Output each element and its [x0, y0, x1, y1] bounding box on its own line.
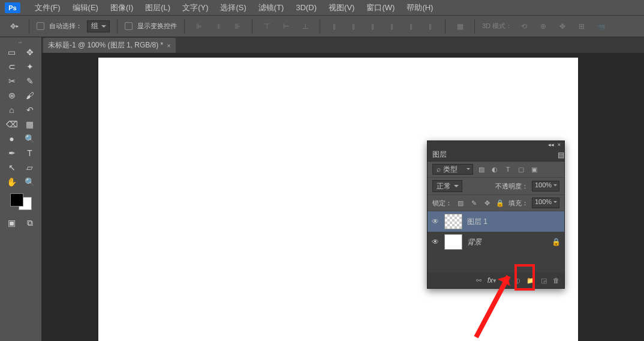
- layer-thumbnail[interactable]: [444, 234, 462, 250]
- 3d-icon: 📹: [594, 19, 608, 34]
- distribute-icon: ⫿: [366, 19, 380, 34]
- wand-tool[interactable]: ✦: [22, 60, 38, 73]
- layers-panel: ◂◂ × 图层 ▤ ⌕类型 ▨ ◐ T ▢ ▣ 正常 不透明度： 100% 锁定…: [427, 140, 565, 289]
- screenmode-tool[interactable]: ⧉: [22, 216, 38, 229]
- type-tool[interactable]: T: [22, 146, 38, 160]
- options-bar: ✥▸ 自动选择： 组 显示变换控件 ⊫ ⫴ ⊪ ⊤ ⊢ ⊥ ⫿ ⫿ ⫿ ⫿ ⫿ …: [0, 16, 644, 37]
- lock-brush-icon[interactable]: ✎: [469, 198, 479, 208]
- distribute-icon: ⫿: [385, 19, 399, 34]
- menu-select[interactable]: 选择(S): [214, 2, 252, 13]
- align-icon: ⊤: [260, 19, 274, 34]
- menu-type[interactable]: 文字(Y): [176, 2, 214, 13]
- menu-view[interactable]: 视图(V): [323, 2, 360, 13]
- close-tab-icon[interactable]: ×: [167, 42, 170, 49]
- fill-input[interactable]: 100%: [532, 198, 559, 208]
- fill-label: 填充：: [508, 199, 528, 208]
- ps-logo: Ps: [5, 2, 20, 13]
- hand-tool[interactable]: ✋: [4, 175, 20, 189]
- history-brush-tool[interactable]: ↶: [22, 103, 38, 116]
- brush-tool[interactable]: 🖌: [22, 89, 38, 102]
- 3d-mode-label: 3D 模式：: [482, 22, 512, 31]
- auto-select-label: 自动选择：: [49, 22, 82, 31]
- 3d-icon: ⊕: [536, 19, 550, 34]
- lock-icon: 🔒: [552, 238, 561, 246]
- toolbox: ┅ ▭✥ ⊂✦ ✂✎ ⊛🖌 ⌂↶ ⌫▦ ●🔍 ✒T ↖▱ ✋🔍 ▣⧉: [0, 37, 42, 341]
- transform-checkbox[interactable]: [125, 22, 133, 30]
- dodge-tool[interactable]: 🔍: [22, 132, 38, 145]
- new-layer-icon[interactable]: ◲: [541, 277, 547, 285]
- document-tab-title: 未标题-1 @ 100% (图层 1, RGB/8) *: [48, 40, 163, 50]
- document-tab[interactable]: 未标题-1 @ 100% (图层 1, RGB/8) * ×: [43, 38, 176, 53]
- foreground-color[interactable]: [10, 193, 23, 207]
- 3d-icon: ✥: [555, 19, 570, 34]
- menu-layer[interactable]: 图层(L): [139, 2, 176, 13]
- align-icon: ⊥: [298, 19, 312, 34]
- move-tool-icon[interactable]: ✥▸: [7, 19, 22, 34]
- distribute-icon: ⫿: [423, 19, 438, 34]
- menu-help[interactable]: 帮助(H): [401, 2, 439, 13]
- lock-pixels-icon[interactable]: ▨: [456, 198, 465, 208]
- filter-type-dropdown[interactable]: ⌕类型: [432, 164, 473, 175]
- zoom-tool[interactable]: 🔍: [22, 175, 38, 189]
- distribute-icon: ⫿: [347, 19, 361, 34]
- auto-align-icon: ▦: [453, 19, 467, 34]
- marquee-tool[interactable]: ▭: [4, 46, 20, 59]
- annotation-arrow: [458, 276, 530, 341]
- layer-item[interactable]: 👁 背景 🔒: [428, 232, 564, 252]
- path-tool[interactable]: ↖: [4, 161, 20, 174]
- lock-all-icon[interactable]: 🔒: [495, 198, 505, 208]
- gradient-tool[interactable]: ▦: [22, 118, 38, 131]
- filter-type-icon[interactable]: T: [503, 164, 513, 174]
- menu-filter[interactable]: 滤镜(T): [252, 2, 290, 13]
- layer-name[interactable]: 背景: [467, 237, 482, 247]
- distribute-icon: ⫿: [404, 19, 419, 34]
- menu-edit[interactable]: 编辑(E): [67, 2, 104, 13]
- crop-tool[interactable]: ✂: [4, 74, 20, 88]
- lock-label: 锁定：: [432, 199, 452, 208]
- filter-adjust-icon[interactable]: ◐: [490, 164, 499, 174]
- eraser-tool[interactable]: ⌫: [4, 118, 20, 131]
- visibility-icon[interactable]: 👁: [431, 238, 440, 246]
- stamp-tool[interactable]: ⌂: [4, 103, 20, 116]
- visibility-icon[interactable]: 👁: [431, 217, 440, 226]
- collapse-icon[interactable]: ◂◂: [548, 142, 554, 148]
- 3d-icon: ⊞: [574, 19, 589, 34]
- menu-image[interactable]: 图像(I): [104, 2, 139, 13]
- move-tool[interactable]: ✥: [22, 46, 38, 59]
- eyedropper-tool[interactable]: ✎: [22, 74, 38, 88]
- filter-pixel-icon[interactable]: ▨: [477, 164, 486, 174]
- blur-tool[interactable]: ●: [4, 132, 20, 145]
- align-icon: ⊢: [279, 19, 293, 34]
- close-panel-icon[interactable]: ×: [558, 142, 561, 148]
- panel-menu-icon[interactable]: ▤: [558, 151, 564, 159]
- filter-smart-icon[interactable]: ▣: [529, 164, 539, 174]
- menu-file[interactable]: 文件(F): [29, 2, 67, 13]
- filter-shape-icon[interactable]: ▢: [516, 164, 526, 174]
- quickmask-tool[interactable]: ▣: [4, 216, 20, 229]
- transform-label: 显示变换控件: [137, 22, 177, 31]
- auto-select-checkbox[interactable]: [37, 22, 44, 30]
- blend-mode-dropdown[interactable]: 正常: [432, 180, 462, 192]
- auto-select-dropdown[interactable]: 组: [87, 20, 110, 32]
- shape-tool[interactable]: ▱: [22, 161, 38, 174]
- layers-tab[interactable]: 图层: [432, 149, 447, 160]
- lasso-tool[interactable]: ⊂: [4, 60, 20, 73]
- color-swatches[interactable]: [10, 193, 32, 210]
- align-icon: ⫴: [211, 19, 225, 34]
- layer-thumbnail[interactable]: [444, 214, 462, 229]
- pen-tool[interactable]: ✒: [4, 146, 20, 160]
- layer-item[interactable]: 👁 图层 1: [428, 211, 564, 232]
- opacity-label: 不透明度：: [495, 182, 528, 191]
- layer-list: 👁 图层 1 👁 背景 🔒: [428, 211, 564, 273]
- document-tab-bar: 未标题-1 @ 100% (图层 1, RGB/8) * ×: [42, 37, 644, 53]
- menu-3d[interactable]: 3D(D): [290, 3, 323, 12]
- delete-layer-icon[interactable]: 🗑: [553, 277, 559, 284]
- distribute-icon: ⫿: [327, 19, 342, 34]
- layer-name[interactable]: 图层 1: [467, 217, 487, 227]
- lock-move-icon[interactable]: ✥: [482, 198, 492, 208]
- menu-window[interactable]: 窗口(W): [360, 2, 401, 13]
- heal-tool[interactable]: ⊛: [4, 89, 20, 102]
- opacity-input[interactable]: 100%: [532, 181, 559, 192]
- toolbox-grip-icon[interactable]: ┅: [0, 40, 42, 46]
- align-icon: ⊪: [230, 19, 245, 34]
